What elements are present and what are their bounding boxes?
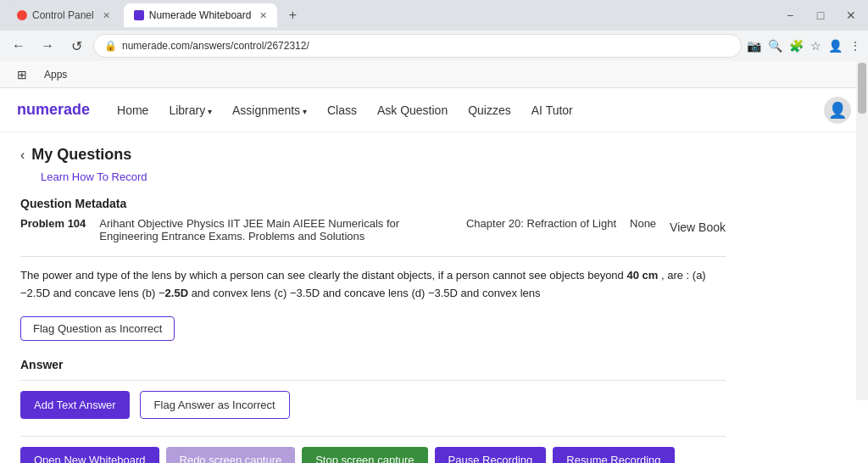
control-panel-tab-label: Control Panel — [32, 9, 94, 21]
refresh-button[interactable]: ↺ — [64, 34, 88, 58]
metadata-section: Question Metadata Problem 104 Arihant Ob… — [20, 197, 726, 243]
back-arrow-icon[interactable]: ‹ — [20, 148, 25, 163]
chapter-value: Chapter 20: Refraction of Light — [466, 217, 616, 230]
extension-icon: 🧩 — [789, 39, 804, 53]
control-panel-tab-close[interactable]: ✕ — [103, 10, 110, 21]
add-text-answer-button[interactable]: Add Text Answer — [20, 391, 130, 419]
scrollbar[interactable] — [856, 61, 868, 400]
divider-1 — [20, 256, 726, 257]
numerade-tab-label: Numerade Whiteboard — [149, 9, 252, 21]
back-row: ‹ My Questions — [20, 146, 726, 164]
nav-ai-tutor[interactable]: AI Tutor — [531, 100, 573, 120]
flag-answer-button[interactable]: Flag Answer as Incorrect — [140, 391, 290, 419]
view-book-link[interactable]: View Book — [670, 217, 726, 237]
control-panel-favicon — [17, 10, 27, 20]
url-text: numerade.com/answers/control/2672312/ — [122, 40, 309, 52]
url-bar[interactable]: 🔒 numerade.com/answers/control/2672312/ — [93, 34, 742, 58]
answer-label: Answer — [20, 358, 726, 371]
user-avatar[interactable]: 👤 — [824, 97, 851, 124]
problem-description: Arihant Objective Physics IIT JEE Main A… — [99, 217, 453, 243]
lock-icon: 🔒 — [104, 40, 117, 52]
bookmarks-bar: ⊞ Apps — [0, 61, 868, 88]
window-controls: − □ ✕ — [780, 5, 861, 25]
metadata-table: Problem 104 Arihant Objective Physics II… — [20, 217, 726, 243]
star-icon[interactable]: ☆ — [810, 39, 821, 53]
numerade-tab-close[interactable]: ✕ — [259, 10, 267, 21]
main-content: ‹ My Questions Learn How To Record Quest… — [0, 132, 746, 463]
apps-bookmark[interactable]: Apps — [37, 65, 74, 84]
answer-section: Answer Add Text Answer Flag Answer as In… — [20, 358, 726, 419]
forward-nav-button[interactable]: → — [36, 34, 59, 58]
new-tab-button[interactable]: + — [281, 3, 304, 27]
profile-icon[interactable]: 👤 — [828, 39, 843, 53]
numerade-tab-favicon — [134, 10, 144, 20]
site-logo[interactable]: numerade — [17, 101, 90, 119]
metadata-title: Question Metadata — [20, 197, 726, 210]
resume-recording-button[interactable]: Resume Recording — [553, 447, 674, 463]
maximize-button[interactable]: □ — [810, 5, 831, 25]
flag-question-button[interactable]: Flag Question as Incorrect — [20, 316, 175, 341]
page-title: My Questions — [31, 146, 131, 164]
tab-control-panel[interactable]: Control Panel ✕ — [7, 3, 120, 27]
pause-recording-button[interactable]: Pause Recording — [435, 447, 547, 463]
nav-assignments[interactable]: Assignments — [232, 100, 307, 120]
apps-grid-icon[interactable]: ⊞ — [10, 64, 34, 85]
answer-divider — [20, 380, 726, 381]
problem-label: Problem 104 — [20, 217, 86, 230]
action-bar: Open New Whiteboard Redo screen capture … — [20, 447, 726, 463]
nav-quizzes[interactable]: Quizzes — [468, 100, 511, 120]
menu-icon[interactable]: ⋮ — [849, 39, 861, 53]
question-text-part1: The power and type of the lens by which … — [20, 269, 624, 282]
nav-library[interactable]: Library — [169, 100, 212, 120]
site-navigation: numerade Home Library Assignments Class … — [0, 88, 868, 132]
open-whiteboard-button[interactable]: Open New Whiteboard — [20, 447, 159, 463]
minimize-button[interactable]: − — [780, 5, 800, 25]
search-icon: 🔍 — [768, 39, 782, 53]
nav-home[interactable]: Home — [117, 100, 148, 120]
divider-2 — [20, 436, 726, 437]
stop-capture-button[interactable]: Stop screen capture — [302, 447, 427, 463]
learn-how-link[interactable]: Learn How To Record — [41, 170, 726, 183]
none-value: None — [630, 217, 656, 230]
scrollbar-thumb[interactable] — [858, 63, 866, 114]
question-text: The power and type of the lens by which … — [20, 267, 726, 303]
close-button[interactable]: ✕ — [841, 5, 861, 25]
question-bold-1: 40 cm — [626, 269, 658, 282]
redo-capture-button[interactable]: Redo screen capture — [166, 447, 296, 463]
back-nav-button[interactable]: ← — [7, 34, 31, 58]
answer-buttons: Add Text Answer Flag Answer as Incorrect — [20, 391, 726, 419]
camera-icon: 📷 — [747, 39, 761, 53]
browser-action-icons: 📷 🔍 🧩 ☆ 👤 ⋮ — [747, 39, 861, 53]
nav-ask-question[interactable]: Ask Question — [377, 100, 448, 120]
address-bar: ← → ↺ 🔒 numerade.com/answers/control/267… — [0, 31, 868, 61]
tab-bar: Control Panel ✕ Numerade Whiteboard ✕ + … — [0, 0, 868, 31]
tab-numerade-whiteboard[interactable]: Numerade Whiteboard ✕ — [124, 3, 278, 27]
nav-class[interactable]: Class — [327, 100, 357, 120]
